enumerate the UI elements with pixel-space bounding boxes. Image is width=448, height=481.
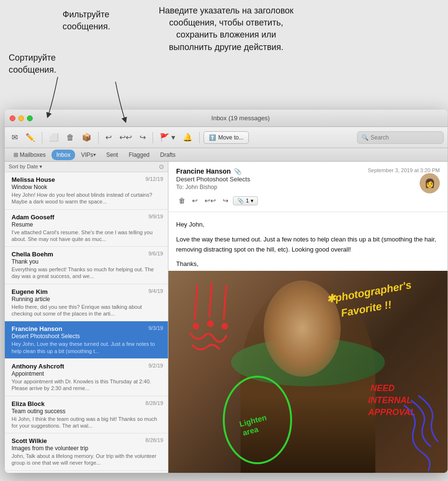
unread-dot: [6, 338, 10, 342]
filter-arrow: [96, 77, 135, 125]
forward-btn[interactable]: ↪: [137, 130, 149, 145]
msg-sender: Francine Hanson: [12, 325, 145, 332]
toolbar-sep-4: [199, 132, 200, 143]
msg-subject: Desert Photoshoot Selects: [12, 333, 163, 340]
detail-trash-btn[interactable]: 🗑: [176, 195, 188, 206]
svg-text:INTERNAL: INTERNAL: [368, 395, 412, 405]
tab-mailboxes-label: Mailboxes: [20, 152, 46, 158]
reply-all-btn[interactable]: ↩↩: [116, 130, 135, 145]
tab-sent-label: Sent: [106, 152, 118, 158]
minimize-button[interactable]: [18, 115, 24, 121]
tab-vips[interactable]: VIPs: [76, 150, 100, 160]
close-button[interactable]: [10, 115, 15, 121]
moveto-upload-icon: ⬆️: [209, 134, 216, 141]
msg-preview: Hello there, did you see this? Enrique w…: [12, 304, 163, 317]
msg-preview: Hi John, I think the team outing was a b…: [12, 416, 163, 430]
tab-drafts-label: Drafts: [160, 152, 176, 158]
toolbar-sep-1: [42, 132, 42, 143]
detail-from-name: Francine Hanson 📎: [176, 167, 363, 175]
detail-to: To: John Bishop: [176, 184, 363, 190]
tab-vips-label: VIPs: [81, 152, 93, 158]
sort-label[interactable]: Sort by Date ▾: [9, 164, 42, 170]
msg-subject: Appointment: [12, 370, 163, 377]
msg-sender: Adam Gooseff: [12, 214, 145, 221]
avatar: 👩: [420, 173, 440, 193]
tab-inbox[interactable]: Inbox: [51, 150, 75, 160]
msg-subject: Running article: [12, 296, 163, 303]
compose-btn[interactable]: ✏️: [23, 130, 38, 145]
msg-date: 8/28/19: [145, 400, 163, 406]
detail-subject: Desert Photoshoot Selects: [176, 176, 363, 183]
tab-flagged[interactable]: Flagged: [124, 150, 154, 160]
attachment-count: 1: [246, 198, 249, 203]
toolbar-sep-2: [98, 132, 99, 143]
filter-icon[interactable]: ⊙: [159, 163, 164, 170]
search-input[interactable]: [371, 134, 439, 141]
toolbar-sep-3: [153, 132, 153, 143]
tab-sent[interactable]: Sent: [102, 150, 123, 160]
detail-forward-btn[interactable]: ↪: [220, 195, 231, 206]
msg-date: 9/4/19: [148, 288, 163, 294]
sort-arrow: [29, 72, 67, 120]
content-area: Sort by Date ▾ ⊙ Melissa House 9/12/19 W…: [5, 162, 448, 473]
to-value: John Bishop: [185, 184, 217, 190]
moveto-btn[interactable]: ⬆️ Move to...: [204, 131, 249, 144]
mail-window: Inbox (19 messages) ✉ ✏️ ⬜ 🗑 📦 ↩ ↩↩ ↪ 🚩 …: [5, 110, 448, 473]
msg-subject: Team outing success: [12, 408, 163, 415]
msg-sender: Eliza Block: [12, 400, 142, 407]
toolbar: ✉ ✏️ ⬜ 🗑 📦 ↩ ↩↩ ↪ 🚩 ▾ 🔔 ⬆️ Move to... 🔍: [5, 127, 448, 148]
photo-background: Lighten area ✱photographer's Favorite !!…: [168, 271, 448, 473]
list-item[interactable]: Anthony Ashcroft 9/2/19 Appointment Your…: [5, 359, 168, 396]
detail-attachment-btn[interactable]: 📎 1 ▾: [233, 196, 258, 205]
svg-line-4: [224, 285, 226, 319]
msg-preview: Your appointment with Dr. Knowles is thi…: [12, 378, 163, 392]
msg-date: 9/6/19: [148, 251, 163, 256]
annotation-hover: Наведите указатель на заголовок сообщени…: [159, 5, 294, 53]
trash-btn[interactable]: 🗑: [64, 130, 77, 145]
list-item-selected[interactable]: Francine Hanson 9/3/19 Desert Photoshoot…: [5, 321, 168, 359]
flag-btn[interactable]: 🚩 ▾: [157, 130, 178, 145]
body-greeting: Hey John,: [176, 220, 440, 230]
tab-inbox-label: Inbox: [56, 152, 70, 158]
tab-drafts[interactable]: Drafts: [155, 150, 180, 160]
list-item[interactable]: Ryan Carbonetti 8/28/19 Schedule change …: [5, 471, 168, 473]
list-item[interactable]: Melissa House 9/12/19 Window Nook Hey Jo…: [5, 172, 168, 210]
attachment-icon: 📎: [237, 198, 244, 204]
msg-sender: Chella Boehm: [12, 251, 145, 258]
archive-btn[interactable]: ⬜: [46, 130, 62, 145]
mail-icon-btn[interactable]: ✉: [9, 130, 21, 145]
msg-sender: Anthony Ashcroft: [12, 363, 145, 370]
title-bar: Inbox (19 messages): [5, 110, 448, 127]
msg-date: 9/3/19: [148, 325, 163, 331]
detail-reply-btn[interactable]: ↩: [190, 195, 200, 206]
msg-date: 9/2/19: [148, 363, 163, 368]
detail-pane: Francine Hanson 📎 Desert Photoshoot Sele…: [168, 162, 448, 473]
bell-btn[interactable]: 🔔: [180, 130, 195, 145]
tab-mailboxes[interactable]: ⊞ Mailboxes: [9, 150, 51, 160]
list-item[interactable]: Scott Wilkie 8/28/19 Images from the vol…: [5, 433, 168, 471]
msg-preview: Hey John, Love the way these turned out.…: [12, 341, 163, 354]
detail-reply-all-btn[interactable]: ↩↩: [202, 195, 218, 206]
body-text: Love the way these turned out. Just a fe…: [176, 235, 440, 255]
reply-btn[interactable]: ↩: [102, 130, 115, 145]
list-item[interactable]: Eugene Kim 9/4/19 Running article Hello …: [5, 284, 168, 322]
message-list: Sort by Date ▾ ⊙ Melissa House 9/12/19 W…: [5, 162, 168, 473]
msg-date: 9/12/19: [145, 176, 163, 182]
svg-text:NEED: NEED: [371, 383, 395, 393]
svg-point-5: [222, 324, 227, 329]
tab-bar: ⊞ Mailboxes Inbox VIPs Sent Flagged Draf…: [5, 148, 448, 162]
msg-date: 9/9/19: [148, 214, 163, 219]
msg-preview: I've attached Carol's resume. She's the …: [12, 229, 163, 243]
sort-bar: Sort by Date ▾ ⊙: [5, 162, 168, 172]
attachment-indicator: 📎: [234, 168, 242, 175]
list-item[interactable]: Eliza Block 8/28/19 Team outing success …: [5, 396, 168, 434]
msg-subject: Resume: [12, 221, 163, 228]
msg-subject: Thank you: [12, 258, 163, 265]
list-item[interactable]: Chella Boehm 9/6/19 Thank you Everything…: [5, 247, 168, 284]
move-btn[interactable]: 📦: [79, 130, 94, 145]
msg-sender: Melissa House: [12, 176, 142, 183]
svg-point-1: [193, 324, 198, 329]
list-item[interactable]: Adam Gooseff 9/9/19 Resume I've attached…: [5, 210, 168, 247]
photo-area: Lighten area ✱photographer's Favorite !!…: [168, 271, 448, 473]
msg-date: 8/28/19: [145, 437, 163, 443]
